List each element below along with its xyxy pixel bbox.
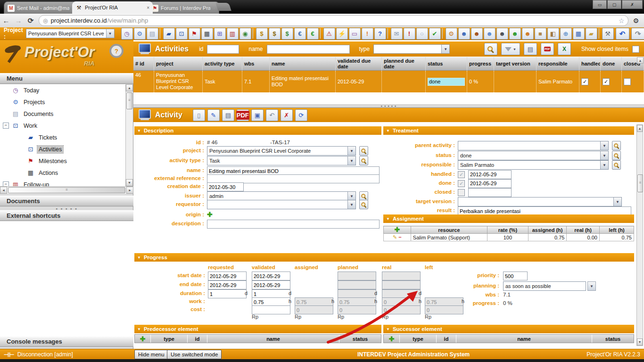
remove-assignment-icon[interactable]: − — [398, 234, 401, 240]
products-icon[interactable]: ■ — [535, 28, 546, 40]
tab-sent-mail[interactable]: M Sent Mail - admin@mail.int × — [4, 1, 78, 14]
forward-button[interactable]: → — [12, 16, 25, 25]
type-filter-select[interactable]: ▼ — [373, 44, 450, 54]
status-select[interactable]: done▼ — [458, 151, 609, 160]
risks-icon[interactable]: ⚠ — [323, 28, 335, 40]
chevron-down-icon[interactable]: ▼ — [600, 151, 608, 160]
chat-icon[interactable]: ○ — [416, 28, 428, 40]
tickets-icon[interactable]: ▰ — [163, 28, 175, 40]
assignment-section-header[interactable]: ▼Assignment — [383, 214, 634, 223]
help-icon[interactable]: ? — [109, 44, 124, 58]
requested-start-input[interactable] — [208, 272, 247, 280]
column-header[interactable]: wbs — [242, 57, 270, 70]
chevron-down-icon[interactable]: ▼ — [587, 281, 596, 291]
menu-item-activities[interactable]: ⊡ Activities — [0, 143, 125, 155]
column-header[interactable]: planned due date — [382, 57, 426, 70]
menu-item-actions[interactable]: ▦ Actions — [0, 167, 125, 179]
responsible-lookup-button[interactable] — [612, 160, 621, 170]
menu-item-work[interactable]: − ⊡ Work — [0, 120, 125, 132]
activities-icon[interactable]: ⊡ — [176, 28, 188, 40]
responsible-select[interactable]: Salim Parmato▼ — [458, 160, 609, 170]
column-header[interactable]: status — [426, 57, 467, 70]
show-closed-checkbox[interactable] — [632, 46, 639, 53]
panel-splitter[interactable]: ● ● ● ● ● — [0, 207, 133, 210]
restore-button[interactable]: ▢ — [607, 0, 621, 9]
checklist-icon[interactable]: ✔ — [429, 28, 441, 40]
issuer-select[interactable]: admin▼ — [207, 191, 356, 201]
decisions-icon[interactable]: ! — [362, 28, 373, 40]
issues-icon[interactable]: ⚡ — [336, 28, 348, 40]
meetings-icon[interactable]: ▭ — [349, 28, 361, 40]
description-section-header[interactable]: ▼Description — [134, 126, 381, 135]
chevron-down-icon[interactable]: ▼ — [613, 197, 621, 206]
refresh-icon[interactable]: ⟳ — [295, 109, 307, 121]
copy-icon[interactable]: ▣ — [251, 109, 264, 121]
messages-icon[interactable]: ✉ — [391, 28, 403, 40]
contacts-icon[interactable]: ☻ — [496, 28, 508, 40]
project-field-select[interactable]: Penyusunan Blueprint CSR Level Corporate… — [207, 146, 356, 156]
add-origin-icon[interactable]: ✚ — [207, 211, 213, 218]
closed-checkbox[interactable] — [624, 78, 631, 85]
column-header[interactable]: target version — [494, 57, 537, 70]
done-checkbox[interactable]: ✓ — [603, 78, 610, 85]
closed-date-input[interactable] — [468, 188, 512, 197]
activity-type-select[interactable]: Task▼ — [207, 156, 356, 165]
parent-activity-select[interactable]: ▼ — [458, 141, 609, 150]
planning-icon[interactable]: ▥ — [227, 28, 239, 40]
column-header[interactable]: name — [270, 57, 336, 70]
column-header[interactable]: project — [154, 57, 203, 70]
new-icon[interactable]: ▯ — [193, 109, 205, 121]
progress-section-header[interactable]: ▼Progress — [134, 253, 634, 262]
collapse-icon[interactable]: ▼ — [386, 217, 390, 221]
target-version-select[interactable]: ▼ — [458, 197, 622, 206]
chevron-down-icon[interactable]: ▼ — [600, 141, 608, 150]
list-scroll-up[interactable]: ▲ — [637, 57, 644, 64]
chevron-down-icon[interactable]: ▼ — [441, 45, 449, 53]
today-icon[interactable]: ◷ — [121, 28, 133, 40]
hide-menu-button[interactable]: Hide menu — [134, 350, 168, 359]
done-date-input[interactable] — [468, 179, 512, 188]
resources-icon[interactable]: ☻ — [509, 28, 521, 40]
undo-icon[interactable]: ↶ — [616, 28, 629, 40]
chevron-down-icon[interactable]: ▼ — [347, 192, 355, 200]
menu-item-follow-up[interactable]: − ▥ Follow-up — [0, 179, 125, 186]
project-lookup-button[interactable] — [359, 146, 368, 156]
handled-date-input[interactable] — [468, 170, 512, 179]
requestor-lookup-button[interactable] — [359, 200, 368, 209]
folder-icon[interactable]: ▰ — [586, 28, 597, 40]
users-icon[interactable]: ☻ — [458, 28, 470, 40]
menu-item-today[interactable]: ◷ Today — [0, 84, 125, 96]
collapse-icon[interactable]: ▼ — [137, 129, 141, 133]
column-header[interactable]: # id — [133, 57, 154, 70]
bookmark-star-icon[interactable]: ☆ — [619, 17, 625, 25]
tab-close-icon[interactable]: × — [213, 6, 215, 11]
predecessor-section-header[interactable]: ▼Predecessor element — [134, 325, 381, 333]
tab-projector-ria[interactable]: ⚒ Project'Or RIA × — [72, 1, 153, 14]
issuer-lookup-button[interactable] — [359, 191, 368, 201]
menu-panel-header[interactable]: Menu — [0, 73, 133, 84]
validated-start-input[interactable] — [252, 272, 290, 280]
add-assignment-icon[interactable]: ✚ — [395, 226, 400, 233]
tab-close-icon[interactable]: × — [147, 5, 149, 10]
tree-vertical-scrollbar[interactable]: ▲≡ ▼ — [125, 84, 133, 186]
menu-item-tickets[interactable]: ▰ Tickets — [0, 132, 125, 143]
payments-icon[interactable]: € — [307, 28, 319, 40]
collapse-icon[interactable]: ▼ — [386, 129, 390, 133]
activity-table-row[interactable]: 46 Penyusunan Blueprint CSR Level Corpor… — [133, 71, 644, 92]
minimize-button[interactable]: ▭ — [593, 0, 607, 9]
planning-select[interactable]: as soon as possible — [503, 281, 586, 291]
column-header[interactable]: progress — [467, 57, 494, 70]
url-field[interactable]: ◎ project.interdev.co.id /view/main.php … — [39, 15, 628, 26]
list-detail-splitter[interactable]: ● ● ● ● ● — [133, 105, 644, 108]
project-select[interactable]: Penyusunan Blueprint CSR Leve ▼ — [26, 29, 115, 38]
expenses-icon[interactable]: $ — [269, 28, 281, 40]
redo-icon[interactable]: ↷ — [631, 28, 644, 40]
validated-end-input[interactable] — [252, 280, 290, 289]
edit-assignment-icon[interactable]: ✎ — [393, 234, 397, 240]
tab-forums[interactable]: ⚑ Forums | Interdev Prakarsa × — [148, 1, 219, 14]
alerts-icon[interactable]: ! — [404, 28, 415, 40]
export-pdf-button[interactable]: PDF — [541, 43, 554, 55]
column-header[interactable]: responsible — [537, 57, 579, 70]
pdf-icon[interactable]: PDF — [237, 109, 249, 121]
questions-icon[interactable]: ? — [374, 28, 386, 40]
